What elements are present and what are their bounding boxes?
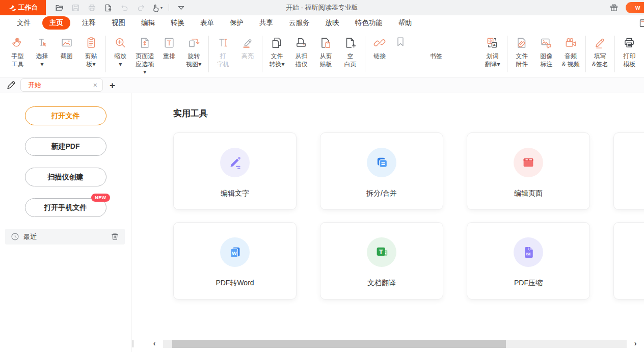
tool-card-pdf-compress[interactable]: PDFPDF压缩 xyxy=(467,222,590,300)
dropdown-caret-icon: ▾ xyxy=(160,6,163,10)
pdf-to-word-icon: w xyxy=(227,245,243,260)
menu-item-11[interactable]: 特色功能 xyxy=(355,18,383,28)
ribbon-button-label: 填写 &签名 xyxy=(592,52,608,68)
undo-icon xyxy=(120,4,129,12)
scroll-left-arrow[interactable]: ‹ xyxy=(146,339,163,348)
sidebar-button-3[interactable]: 打开手机文件NEW xyxy=(25,198,106,217)
foxit-logo-icon xyxy=(8,4,16,12)
hand-pointer-button[interactable]: ▾ xyxy=(150,2,164,14)
menu-item-3[interactable]: 视图 xyxy=(112,18,125,28)
sidebar-button-label: 扫描仪创建 xyxy=(48,173,84,182)
scrollbar-thumb[interactable] xyxy=(172,340,506,348)
ribbon-image-note-button[interactable]: 图像 标注 xyxy=(535,35,558,69)
tool-card-edit-text[interactable]: 编辑文字 xyxy=(173,132,297,210)
highlight-icon xyxy=(241,36,254,50)
ribbon-clipboard-button[interactable]: 剪贴 板▾ xyxy=(79,35,102,69)
tool-card-doc-translate[interactable]: T文档翻译 xyxy=(320,222,443,300)
recent-row[interactable]: 最近 xyxy=(5,229,125,245)
ribbon-zoom-button[interactable]: 缩放 ▾ xyxy=(109,35,132,69)
tool-card-pdf-to-word[interactable]: wPDF转Word xyxy=(173,222,297,300)
menu-item-4[interactable]: 编辑 xyxy=(141,18,155,28)
fill-sign-icon xyxy=(594,36,607,50)
menu-item-7[interactable]: 保护 xyxy=(230,18,244,28)
ribbon-screenshot-button[interactable]: 截图 xyxy=(55,35,78,61)
page-fit-icon xyxy=(138,36,151,50)
menu-item-12[interactable]: 帮助 xyxy=(398,18,412,28)
section-heading: 实用工具 xyxy=(173,107,644,119)
tool-card-partial[interactable] xyxy=(613,132,644,210)
ribbon-scanner-button[interactable]: 从扫 描仪 xyxy=(290,35,313,69)
new-doc-button[interactable] xyxy=(101,2,115,14)
edit-text-icon xyxy=(227,155,243,170)
ribbon-button-label: 高亮 xyxy=(242,52,254,61)
tool-card-partial[interactable] xyxy=(613,222,644,300)
ribbon-button-label: 手型 工具 xyxy=(12,52,24,68)
new-tab-button[interactable]: + xyxy=(110,80,115,90)
menu-item-2[interactable]: 注释 xyxy=(82,18,96,28)
tool-card-label: PDF转Word xyxy=(216,279,254,288)
panel-icon[interactable] xyxy=(639,19,644,27)
ribbon-from-clipboard-button[interactable]: 从剪 贴板 xyxy=(314,35,337,69)
member-button[interactable]: w xyxy=(626,2,644,13)
sidebar-button-label: 打开文件 xyxy=(51,112,80,121)
ribbon-print-template-button[interactable]: 打印 模板 xyxy=(618,35,641,69)
menu-home-active[interactable]: 主页 xyxy=(42,16,70,30)
sidebar-button-1[interactable]: 新建PDF xyxy=(25,137,106,156)
menu-item-6[interactable]: 表单 xyxy=(200,18,214,28)
menu-item-5[interactable]: 转换 xyxy=(171,18,184,28)
ribbon-attachment-button[interactable]: 文件 附件 xyxy=(511,35,533,69)
pane-splitter[interactable] xyxy=(132,340,133,347)
ribbon-button-label: 从剪 贴板 xyxy=(319,52,332,68)
print-template-icon xyxy=(623,36,636,50)
menu-item-0[interactable]: 文件 xyxy=(17,18,31,28)
ribbon-highlight-button: 高亮 xyxy=(236,35,259,61)
redo-icon xyxy=(137,4,145,12)
menu-item-9[interactable]: 云服务 xyxy=(289,18,310,28)
trash-icon[interactable] xyxy=(111,232,119,241)
tool-card-split-merge[interactable]: 拆分/合并 xyxy=(320,132,443,210)
gift-icon[interactable] xyxy=(609,3,619,12)
ribbon-bookmark-button[interactable]: 书签 xyxy=(393,35,479,61)
ribbon-hand-button[interactable]: 手型 工具 xyxy=(6,35,29,69)
ribbon-rotate-view-button[interactable]: 旋转 视图▾ xyxy=(182,35,205,69)
zoom-icon xyxy=(114,36,127,50)
menu-item-10[interactable]: 放映 xyxy=(326,18,339,28)
qat-separator xyxy=(169,4,169,11)
ribbon-button-label: 旋转 视图▾ xyxy=(186,52,201,68)
sidebar-button-2[interactable]: 扫描仪创建 xyxy=(25,168,106,186)
ribbon-button-label: 截图 xyxy=(61,52,73,61)
pencil-icon[interactable] xyxy=(4,80,17,90)
tool-card-label: PDF压缩 xyxy=(514,279,543,288)
tool-card-edit-page[interactable]: 编辑页面 xyxy=(467,132,590,210)
ribbon-convert-button[interactable]: 文件 转换▾ xyxy=(265,35,288,69)
tool-card-label: 编辑页面 xyxy=(514,189,543,198)
save-icon xyxy=(71,4,80,12)
ribbon-page-fit-button[interactable]: 页面适 应选项▾ xyxy=(133,35,156,77)
open-folder-button[interactable] xyxy=(52,2,66,14)
ribbon-fill-sign-button[interactable]: 填写 &签名 xyxy=(588,35,611,69)
tool-card-label: 文档翻译 xyxy=(367,279,396,288)
customize-button[interactable] xyxy=(174,2,188,14)
workspace-button[interactable]: 工作台 xyxy=(0,0,46,15)
convert-icon xyxy=(270,36,283,50)
print-icon xyxy=(88,4,96,12)
undo-button xyxy=(117,2,131,14)
scrollbar-track[interactable] xyxy=(163,340,627,348)
ribbon-link-button[interactable]: 链接 xyxy=(368,35,391,61)
ribbon-group-1: 缩放 ▾页面适 应选项▾重排旋转 视图▾ xyxy=(106,35,208,77)
doc-translate-icon: T xyxy=(374,245,389,260)
sidebar-button-0[interactable]: 打开文件 xyxy=(25,106,106,125)
ribbon-translate-button[interactable]: 中A划词 翻译▾ xyxy=(481,35,504,69)
sidebar-button-label: 打开手机文件 xyxy=(44,203,87,212)
bookmark-icon xyxy=(394,36,478,50)
ribbon-reflow-button[interactable]: 重排 xyxy=(158,35,181,61)
ribbon-select-button[interactable]: 选择 ▾ xyxy=(31,35,53,69)
tab-close-icon[interactable]: × xyxy=(93,82,97,89)
menu-item-8[interactable]: 共享 xyxy=(259,18,273,28)
ribbon-audio-video-button[interactable]: 音频 & 视频 xyxy=(559,35,582,69)
customize-icon xyxy=(177,4,185,12)
tool-card-label: 拆分/合并 xyxy=(366,189,397,198)
scroll-right-arrow[interactable]: › xyxy=(627,339,644,348)
tab-start[interactable]: 开始 × xyxy=(20,78,103,92)
ribbon-blank-page-button[interactable]: 空 白页 xyxy=(339,35,362,69)
